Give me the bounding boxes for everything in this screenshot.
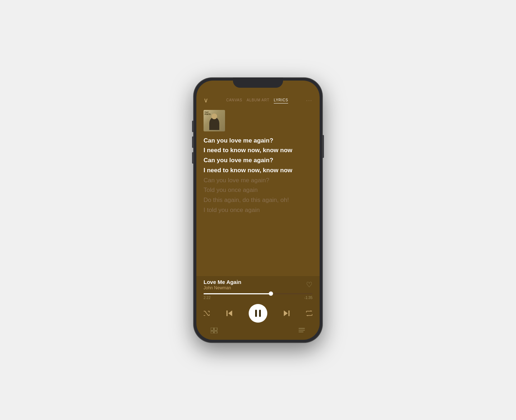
lyrics-area: Can you love me again? I need to know no… [196,134,320,276]
album-text: CecI POETA [205,111,211,115]
phone-screen: ∨ CANVAS ALBUM ART LYRICS ··· CecI POETA [196,81,320,340]
phone-notch [233,78,283,88]
svg-marker-0 [228,310,232,316]
progress-fill [204,293,271,294]
lyric-line-1: Can you love me again? [204,136,312,145]
bottom-bar [204,325,312,340]
lyric-line-5: Can you love me again? [204,176,312,185]
svg-rect-7 [214,328,217,330]
album-figure [209,117,219,130]
svg-rect-5 [288,310,290,316]
track-title: Love Me Again [204,279,241,285]
progress-container: 2:22 -1:35 [204,293,312,300]
lyric-line-2: I need to know now, know now [204,146,312,155]
chevron-down-icon[interactable]: ∨ [204,96,208,104]
nav-tabs: CANVAS ALBUM ART LYRICS [226,98,288,102]
phone-frame: ∨ CANVAS ALBUM ART LYRICS ··· CecI POETA [194,78,322,343]
track-info: Love Me Again John Newman [204,279,241,290]
tab-album-art[interactable]: ALBUM ART [247,98,269,102]
previous-button[interactable] [226,310,233,317]
progress-times: 2:22 -1:35 [204,296,312,300]
lyric-line-4: I need to know now, know now [204,166,312,175]
like-button[interactable]: ♡ [306,280,312,289]
player-info: Love Me Again John Newman ♡ [204,279,312,290]
svg-rect-6 [211,328,214,330]
next-button[interactable] [283,310,290,317]
progress-thumb [269,291,273,296]
pause-button[interactable] [249,304,267,323]
repeat-button[interactable] [306,310,312,316]
album-art[interactable]: CecI POETA [204,110,225,131]
lyric-line-6: Told you once again [204,186,312,194]
list-icon[interactable] [298,328,305,335]
lyric-line-3: Can you love me again? [204,156,312,165]
remaining-time: -1:35 [304,296,312,300]
svg-rect-9 [214,331,217,333]
lyric-line-8: I told you once again [204,206,312,214]
player-controls [204,301,312,325]
screen-content: ∨ CANVAS ALBUM ART LYRICS ··· CecI POETA [196,81,320,340]
svg-rect-2 [255,310,257,317]
more-options-icon[interactable]: ··· [306,97,312,103]
top-navigation: ∨ CANVAS ALBUM ART LYRICS ··· [196,93,320,106]
svg-marker-4 [284,310,288,316]
current-time: 2:22 [204,296,210,300]
tab-lyrics[interactable]: LYRICS [274,98,288,102]
tab-canvas[interactable]: CANVAS [226,98,242,102]
player-section: Love Me Again John Newman ♡ 2:22 -1:35 [196,276,320,340]
progress-track[interactable] [204,293,312,294]
shuffle-button[interactable] [204,311,210,316]
album-art-inner: CecI POETA [204,110,225,131]
queue-icon[interactable] [211,328,218,335]
svg-rect-1 [226,310,228,316]
track-artist: John Newman [204,285,241,290]
svg-rect-8 [211,331,214,333]
album-thumbnail-section: CecI POETA [196,106,320,134]
lyric-line-7: Do this again, do this again, oh! [204,196,312,204]
svg-rect-3 [259,310,261,317]
